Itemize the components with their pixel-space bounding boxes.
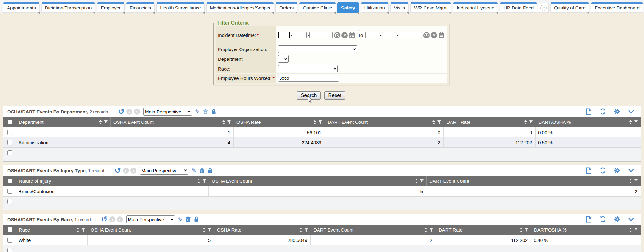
select-all-checkbox[interactable] [3,117,16,127]
row-checkbox[interactable] [7,130,12,135]
time-picker-icon[interactable] [423,32,430,38]
prev-page-icon[interactable]: ‹ [123,168,129,174]
refresh-icon[interactable] [599,108,606,115]
incident-from-day-input[interactable] [293,32,307,38]
next-page-icon[interactable]: › [117,216,123,222]
row-checkbox[interactable] [7,189,12,194]
gear-icon[interactable] [614,216,620,222]
select-all-checkbox[interactable] [3,225,16,235]
tab-health-surveillance[interactable]: Health Surveillance [156,2,204,13]
delete-perspective-icon[interactable] [199,168,205,174]
clear-date-icon[interactable]: × [431,32,437,38]
column-header[interactable]: OSHA Event Count [88,225,214,235]
tab-quality-of-care[interactable]: Quality of Care [550,2,589,13]
edit-perspective-icon[interactable]: ✎ [178,216,183,222]
footer-checkbox[interactable] [7,150,12,155]
calendar-icon[interactable] [438,32,445,38]
row-checkbox[interactable] [7,140,12,145]
select-all-checkbox[interactable] [3,176,16,186]
incident-to-year-input[interactable] [399,32,422,38]
time-picker-icon[interactable] [334,32,340,38]
hr-data-feed-external-button[interactable]: ↗ [538,3,549,13]
gear-icon[interactable] [614,108,620,115]
perspective-select[interactable]: Main Perspective [126,215,175,223]
incident-from-year-input[interactable] [309,32,333,38]
undo-icon[interactable]: ↺ [101,215,107,223]
tab-financials[interactable]: Financials [126,2,155,13]
tab-wr-case-mgmt[interactable]: WR Case Mgmt [410,2,451,13]
table-cell: 5 [209,186,426,196]
calendar-icon[interactable] [349,32,355,38]
lock-icon[interactable] [208,168,213,174]
delete-perspective-icon[interactable] [186,216,191,222]
prev-page-icon[interactable]: ‹ [126,109,132,115]
undo-icon[interactable]: ↺ [114,167,121,174]
column-header[interactable]: DART Rate [444,117,536,127]
tab-outside-clinic[interactable]: Outside Clinic [299,2,336,13]
table-row[interactable]: 1 56.101 0 0 0.00 % [3,127,641,137]
gear-icon[interactable] [614,167,620,174]
column-header[interactable]: DART Event Count [426,176,641,186]
tab-dictation-transcription[interactable]: Dictation/Transcription [41,2,96,13]
employer-organization-select[interactable] [278,45,357,53]
footer-checkbox[interactable] [7,199,12,204]
refresh-icon[interactable] [599,167,606,174]
row-checkbox[interactable] [7,238,12,243]
refresh-icon[interactable] [599,216,606,222]
column-header[interactable]: DART Event Count [311,225,436,235]
tab-employer[interactable]: Employer [97,2,124,13]
race-select[interactable] [278,65,338,72]
column-header[interactable]: OSHA Rate [234,117,325,127]
incident-to-day-input[interactable] [382,32,396,38]
table-row[interactable]: Bruise/Contusion 5 2 [3,186,641,196]
reset-button[interactable]: Reset [324,91,346,100]
tab-hr-data-feed[interactable]: HR Data Feed [500,2,537,13]
incident-from-month-input[interactable] [278,32,290,38]
incident-to-month-input[interactable] [365,32,379,38]
edit-perspective-icon[interactable]: ✎ [195,109,200,115]
column-header[interactable]: DART Rate [436,225,531,235]
tab-appointments[interactable]: Appointments [3,2,40,13]
employee-hours-label: Employee Hours Worked:* [216,74,276,83]
column-header[interactable]: OSHA Event Count [110,117,234,127]
table-row[interactable]: White 5 280.5049 2 112.202 0.40 % [3,235,641,245]
column-header[interactable]: Nature of Injury [16,176,209,186]
column-header[interactable]: OSHA Rate [214,225,311,235]
delete-perspective-icon[interactable] [203,109,208,115]
new-document-icon[interactable] [586,108,591,115]
column-header[interactable]: DART Event Count [325,117,444,127]
employee-hours-input[interactable] [278,75,339,82]
collapse-chevron-icon[interactable] [628,218,634,221]
prev-page-icon[interactable]: ‹ [109,216,115,222]
tab-medications-allergies-scripts[interactable]: Medications/Allergies/Scripts [206,2,274,13]
footer-checkbox[interactable] [7,248,12,252]
tab-executive-dashboard[interactable]: Executive Dashboard [591,2,643,13]
tab-safety[interactable]: Safety [337,2,359,13]
column-header[interactable]: DART/OSHA % [536,117,641,127]
collapse-chevron-icon[interactable] [628,110,634,113]
search-button[interactable]: Search [297,91,321,100]
tab-orders[interactable]: Orders [275,2,297,13]
next-page-icon[interactable]: › [130,168,136,174]
new-document-icon[interactable] [586,167,591,174]
column-header[interactable]: DART/OSHA % [531,225,641,235]
department-select[interactable] [278,55,289,63]
tab-visits[interactable]: Visits [390,2,409,13]
table-title: OSHA/DART Events By Race,1 record [7,217,91,222]
perspective-select[interactable]: Main Perspective [140,167,188,175]
tab-industrial-hygiene[interactable]: Industrial Hygiene [453,2,498,13]
clear-date-icon[interactable]: × [341,32,348,38]
new-document-icon[interactable] [586,216,591,223]
next-page-icon[interactable]: › [134,109,140,115]
tab-utilization[interactable]: Utilization [361,2,389,13]
perspective-select[interactable]: Main Perspective [143,108,192,116]
lock-icon[interactable] [211,109,216,115]
table-row[interactable]: Administration 4 224.4039 2 112.202 0.50… [3,137,641,147]
edit-perspective-icon[interactable]: ✎ [192,168,197,174]
column-header[interactable]: OSHA Event Count [209,176,426,186]
lock-icon[interactable] [194,216,199,222]
column-header[interactable]: Race [16,225,88,235]
undo-icon[interactable]: ↺ [118,108,125,115]
collapse-chevron-icon[interactable] [628,169,634,172]
column-header[interactable]: Department [16,117,110,127]
